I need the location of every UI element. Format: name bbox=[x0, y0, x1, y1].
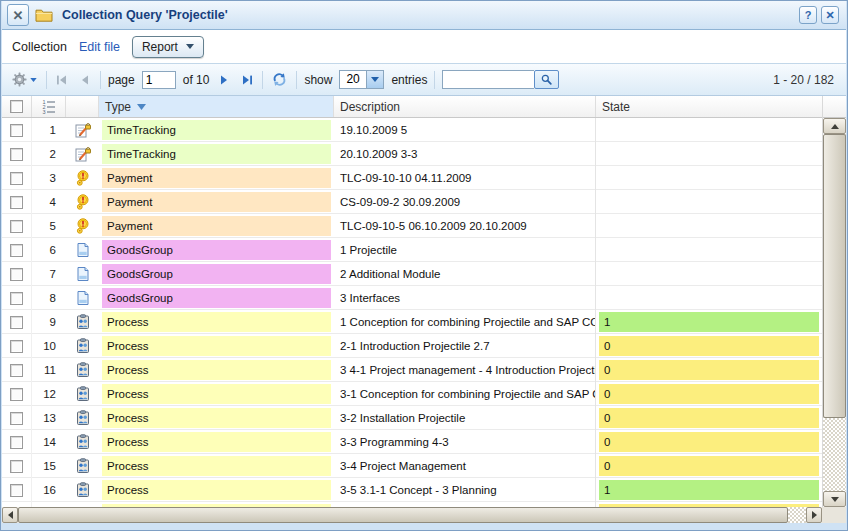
menu-collection[interactable]: Collection bbox=[12, 40, 67, 54]
description-cell: 3-4 Project Management bbox=[334, 454, 596, 478]
entries-label: entries bbox=[391, 73, 427, 87]
horizontal-scroll-track[interactable] bbox=[788, 507, 806, 523]
description-cell: 1 Conception for combining Projectile an… bbox=[334, 310, 596, 334]
table-row[interactable]: 1 TimeTracking 19.10.2009 5 bbox=[2, 118, 822, 142]
vertical-scrollbar[interactable] bbox=[822, 96, 846, 507]
table-row[interactable]: 11 Process 3 4-1 Project management - 4 … bbox=[2, 358, 822, 382]
table-row[interactable]: 16 Process 3-5 3.1-1 Concept - 3 Plannin… bbox=[2, 478, 822, 502]
vertical-scroll-track[interactable] bbox=[823, 134, 846, 491]
table-row[interactable]: 14 Process 3-3 Programming 4-3 0 bbox=[2, 430, 822, 454]
next-page-button[interactable] bbox=[216, 72, 232, 88]
process-icon bbox=[66, 454, 99, 478]
row-number: 5 bbox=[32, 214, 66, 238]
process-icon bbox=[66, 406, 99, 430]
goodsgroup-icon bbox=[66, 262, 99, 286]
header-description[interactable]: Description bbox=[334, 96, 596, 117]
header-type-label: Type bbox=[105, 100, 131, 114]
search-button[interactable] bbox=[534, 70, 559, 89]
scroll-down-icon[interactable] bbox=[823, 491, 846, 507]
payment-icon bbox=[66, 190, 99, 214]
process-icon bbox=[66, 358, 99, 382]
table-row[interactable]: 13 Process 3-2 Installation Projectile 0 bbox=[2, 406, 822, 430]
row-checkbox[interactable] bbox=[10, 196, 23, 209]
horizontal-scrollbar[interactable] bbox=[2, 507, 822, 523]
horizontal-scroll-thumb[interactable] bbox=[18, 507, 788, 523]
row-number: 7 bbox=[32, 262, 66, 286]
page-input[interactable] bbox=[142, 71, 176, 89]
table-row[interactable]: 4 Payment CS-09-09-2 30.09.2009 bbox=[2, 190, 822, 214]
row-checkbox[interactable] bbox=[10, 484, 23, 497]
table-row[interactable]: 5 Payment TLC-09-10-5 06.10.2009 20.10.2… bbox=[2, 214, 822, 238]
header-select-all[interactable] bbox=[2, 96, 32, 117]
close-icon[interactable]: ✕ bbox=[7, 4, 29, 26]
table-row[interactable]: 3 Payment TLC-09-10-10 04.11.2009 bbox=[2, 166, 822, 190]
menubar: Collection Edit file Report bbox=[2, 30, 846, 63]
row-checkbox[interactable] bbox=[10, 172, 23, 185]
help-icon[interactable]: ? bbox=[799, 6, 817, 24]
chevron-down-icon bbox=[30, 78, 37, 82]
scrollbar-corner bbox=[822, 507, 846, 523]
next-page-icon bbox=[218, 74, 230, 86]
row-checkbox[interactable] bbox=[10, 316, 23, 329]
last-page-button[interactable] bbox=[239, 72, 255, 88]
header-state-label: State bbox=[602, 100, 630, 114]
scroll-right-icon[interactable] bbox=[806, 507, 822, 523]
page-label: page bbox=[108, 73, 135, 87]
header-type[interactable]: Type bbox=[99, 96, 334, 117]
row-checkbox[interactable] bbox=[10, 148, 23, 161]
type-cell: Process bbox=[102, 384, 331, 404]
description-cell: 3-1 Conception for combining Projectile … bbox=[334, 382, 596, 406]
row-checkbox[interactable] bbox=[10, 364, 23, 377]
timetracking-icon bbox=[66, 142, 99, 166]
search-input[interactable] bbox=[442, 70, 534, 89]
row-checkbox[interactable] bbox=[10, 436, 23, 449]
header-row-number[interactable]: 123 bbox=[32, 96, 66, 117]
type-cell: Payment bbox=[102, 168, 331, 188]
header-state[interactable]: State bbox=[596, 96, 822, 117]
last-page-icon bbox=[241, 74, 253, 86]
actions-gear-button[interactable] bbox=[10, 70, 39, 89]
description-cell: 2 Additional Module bbox=[334, 262, 596, 286]
select-all-checkbox[interactable] bbox=[10, 100, 23, 113]
row-number: 16 bbox=[32, 478, 66, 502]
page-size-value: 20 bbox=[340, 71, 366, 88]
menu-edit-file-link[interactable]: Edit file bbox=[79, 40, 120, 54]
row-checkbox[interactable] bbox=[10, 340, 23, 353]
page-size-select[interactable]: 20 bbox=[339, 70, 384, 89]
vertical-scroll-thumb[interactable] bbox=[823, 134, 846, 418]
description-cell: 3 4-1 Project management - 4 Introductio… bbox=[334, 358, 596, 382]
report-dropdown-button[interactable]: Report bbox=[132, 36, 204, 58]
window-close-icon[interactable]: ✕ bbox=[821, 6, 839, 24]
row-checkbox[interactable] bbox=[10, 268, 23, 281]
process-icon bbox=[66, 382, 99, 406]
row-checkbox[interactable] bbox=[10, 292, 23, 305]
row-checkbox[interactable] bbox=[10, 460, 23, 473]
row-checkbox[interactable] bbox=[10, 388, 23, 401]
description-cell: 2-1 Introduction Projectile 2.7 bbox=[334, 334, 596, 358]
state-cell: 0 bbox=[599, 360, 819, 380]
type-cell: GoodsGroup bbox=[102, 288, 331, 308]
description-cell: CS-09-09-2 30.09.2009 bbox=[334, 190, 596, 214]
row-checkbox[interactable] bbox=[10, 244, 23, 257]
first-page-button[interactable] bbox=[54, 72, 70, 88]
table-row[interactable]: 12 Process 3-1 Conception for combining … bbox=[2, 382, 822, 406]
table-row[interactable]: 8 GoodsGroup 3 Interfaces bbox=[2, 286, 822, 310]
scroll-up-icon[interactable] bbox=[823, 118, 846, 134]
sort-desc-icon bbox=[137, 104, 146, 110]
table-row[interactable]: 7 GoodsGroup 2 Additional Module bbox=[2, 262, 822, 286]
table-row[interactable]: 9 Process 1 Conception for combining Pro… bbox=[2, 310, 822, 334]
table-area: 123 Type Description State 1 TimeTrackin… bbox=[2, 96, 846, 507]
timetracking-icon bbox=[66, 118, 99, 142]
row-number: 6 bbox=[32, 238, 66, 262]
row-checkbox[interactable] bbox=[10, 124, 23, 137]
table-row[interactable]: 6 GoodsGroup 1 Projectile bbox=[2, 238, 822, 262]
table-row[interactable]: 2 TimeTracking 20.10.2009 3-3 bbox=[2, 142, 822, 166]
table-row[interactable]: 15 Process 3-4 Project Management 0 bbox=[2, 454, 822, 478]
prev-page-button[interactable] bbox=[77, 72, 93, 88]
refresh-button[interactable] bbox=[270, 70, 289, 89]
scroll-left-icon[interactable] bbox=[2, 507, 18, 523]
row-checkbox[interactable] bbox=[10, 412, 23, 425]
row-checkbox[interactable] bbox=[10, 220, 23, 233]
type-cell: Process bbox=[102, 408, 331, 428]
table-row[interactable]: 10 Process 2-1 Introduction Projectile 2… bbox=[2, 334, 822, 358]
